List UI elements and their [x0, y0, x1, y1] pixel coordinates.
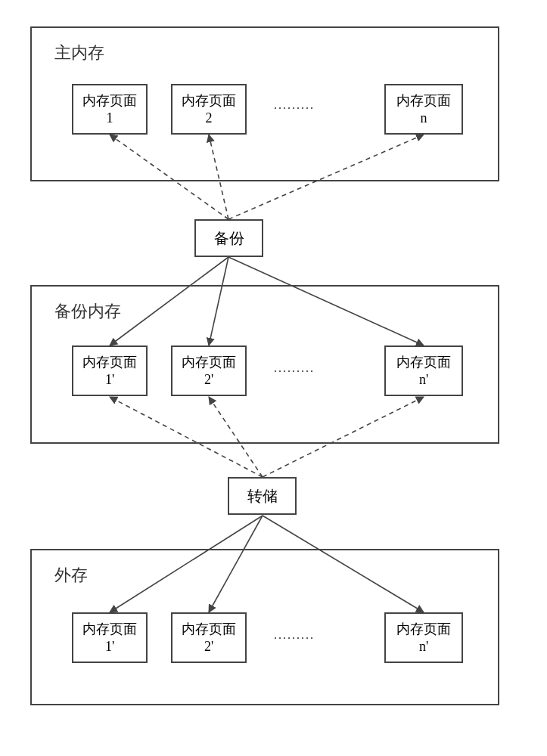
backup-page-2: 内存页面 2': [171, 345, 247, 396]
external-page-1: 内存页面 1': [72, 612, 148, 663]
diagram-canvas: 主内存 内存页面 1 内存页面 2 ········· 内存页面 n 备份 备份…: [0, 0, 547, 756]
backup-operation: 备份: [194, 219, 263, 257]
external-page-2: 内存页面 2': [171, 612, 247, 663]
main-page-n: 内存页面 n: [384, 84, 463, 135]
dump-operation: 转储: [228, 477, 297, 515]
backup-ellipsis: ·········: [274, 365, 315, 379]
region-backup-title: 备份内存: [54, 300, 121, 323]
region-main-title: 主内存: [54, 42, 104, 64]
backup-page-n: 内存页面 n': [384, 345, 463, 396]
main-page-2: 内存页面 2: [171, 84, 247, 135]
external-page-n: 内存页面 n': [384, 612, 463, 663]
backup-page-1: 内存页面 1': [72, 345, 148, 396]
main-page-1: 内存页面 1: [72, 84, 148, 135]
external-ellipsis: ·········: [274, 632, 315, 646]
main-ellipsis: ·········: [274, 102, 315, 116]
region-external-title: 外存: [54, 564, 88, 587]
